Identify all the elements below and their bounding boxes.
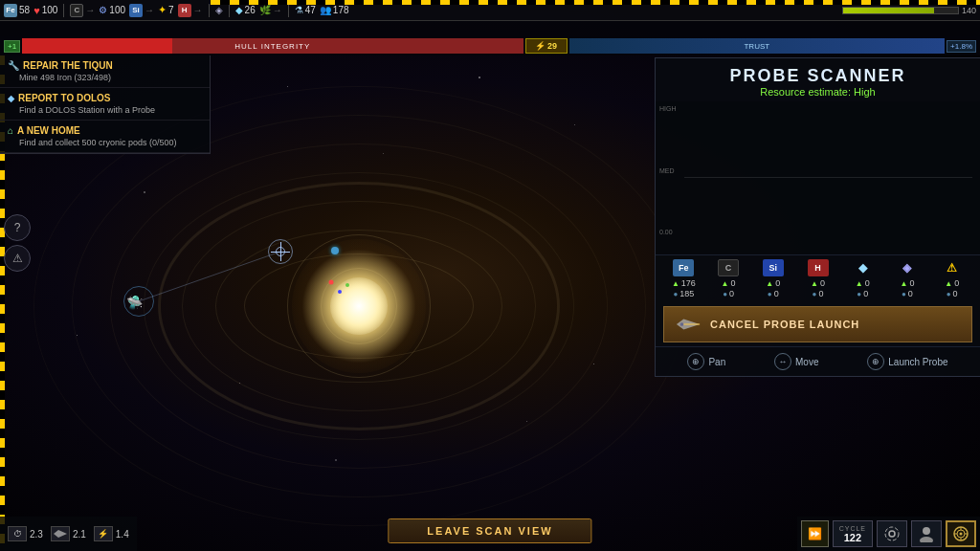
estimate-value: High [854, 86, 876, 98]
quest-2: ◆ REPORT TO DOLOS Find a DOLOS Station w… [0, 88, 210, 121]
stat-1-icon: ⏱ [8, 526, 27, 541]
res-cell-diamond1: ◆ ▲ 0 ● 0 [842, 259, 883, 298]
people-value: 178 [333, 5, 349, 15]
d2-counts: ▲ 0 ● 0 [900, 278, 914, 298]
arrow-up-d1: ▲ [856, 279, 863, 288]
resource-energy-top: ✦ 7 [158, 4, 174, 16]
settings-button[interactable] [877, 520, 907, 547]
stat-3-value: 1.4 [116, 529, 129, 540]
icon-c: C [70, 4, 83, 17]
dot-fe: ● [673, 290, 678, 298]
d1-bot-val: 0 [863, 289, 868, 298]
y-label-high: HIGH [659, 105, 677, 112]
d2-top: ▲ 0 [900, 278, 914, 288]
sun-icon: ✦ [158, 4, 167, 16]
svg-point-11 [960, 533, 963, 536]
res-icon-h: H [808, 259, 829, 276]
res-icon-fe: Fe [673, 259, 694, 276]
help-button[interactable]: ? [4, 214, 31, 241]
move-button[interactable]: ↔ Move [774, 353, 818, 370]
res-icon-diamond2: ◈ [897, 259, 918, 276]
energy-value: 29 [547, 41, 557, 51]
speed-button[interactable]: ⏩ [801, 520, 829, 547]
fe-bottom: ● 185 [673, 289, 694, 298]
divider-2 [209, 4, 210, 17]
dot-w: ● [947, 290, 951, 298]
energy-badge: ⚡ 29 [525, 38, 568, 54]
res-cell-diamond2: ◈ ▲ 0 ● 0 [887, 259, 928, 298]
c-arrow: → [85, 5, 95, 15]
warning-button[interactable]: ⚠ [4, 245, 31, 272]
svg-point-6 [885, 527, 899, 540]
modules-icon: ◈ [215, 5, 223, 15]
hp-value: 100 [42, 5, 58, 15]
svg-marker-4 [54, 530, 67, 538]
ship-small-icon [53, 528, 68, 540]
resource-row: Fe ▲ 176 ● 185 C ▲ 0 ● [656, 254, 980, 302]
scanner-icon [952, 525, 969, 542]
res-icon-diamond: ◆ [852, 259, 873, 276]
speed-icon: ⏩ [808, 527, 822, 540]
h-counts: ▲ 0 ● 0 [811, 278, 825, 298]
pan-icon: ⊕ [687, 353, 704, 370]
cycle-label: CYCLE [839, 525, 866, 532]
d1-bottom: ● 0 [857, 289, 868, 298]
probe-controls: ⊕ Pan ↔ Move ⊕ Launch Probe [656, 346, 980, 376]
probe-ship-icon [674, 313, 702, 336]
arrow-up-si: ▲ [766, 279, 773, 288]
quest-2-title: ◆ REPORT TO DOLOS [8, 93, 202, 103]
cycle-value: 122 [844, 532, 861, 543]
sub-label: Resource estimate: [760, 86, 851, 98]
quest-3-title: ⌂ A NEW HOME [8, 125, 202, 136]
quest-3-label: A NEW HOME [17, 125, 80, 136]
stat-1: ⏱ 2.3 [8, 526, 43, 541]
resource-shield: H → [178, 4, 203, 17]
w-counts: ▲ 0 ● 0 [945, 278, 959, 298]
shield-arrow: → [193, 5, 203, 15]
res-cell-fe: Fe ▲ 176 ● 185 [663, 259, 704, 298]
d1-top-val: 0 [865, 278, 870, 288]
probe-scanner-panel: PROBE SCANNER Resource estimate: High HI… [655, 57, 980, 377]
res-icon-warn: ⚠ [942, 259, 963, 276]
svg-point-5 [889, 531, 895, 537]
y-label-med: MED [659, 167, 677, 174]
flask-value: 47 [305, 5, 316, 15]
spaceship-svg [675, 315, 702, 334]
h-top-val: 0 [820, 278, 825, 288]
leaf-arrow: → [273, 5, 282, 15]
xp-label: 140 [962, 6, 976, 15]
energy-value: 7 [168, 5, 174, 15]
c-top: ▲ 0 [722, 278, 736, 288]
quest-1-desc: Mine 498 Iron (323/498) [8, 73, 202, 82]
gear-settings-icon [883, 525, 901, 542]
stat-2-value: 2.1 [73, 529, 86, 540]
gear-icon: ⚙ [99, 5, 107, 15]
dot-d2: ● [902, 290, 906, 298]
divider-3 [229, 4, 230, 17]
y-label-low: 0.00 [659, 229, 677, 235]
probe-scanner-title: PROBE SCANNER [667, 66, 969, 86]
probe-scanner-sub: Resource estimate: High [667, 86, 969, 98]
scanner-button[interactable] [946, 520, 976, 547]
si-value: 100 [109, 5, 125, 15]
cancel-probe-button[interactable]: CANCEL PROBE LAUNCH [663, 306, 972, 342]
quest-1-title: 🔧 REPAIR THE TIQUN [8, 60, 202, 71]
si-bot-val: 0 [774, 289, 779, 298]
quest-1-label: REPAIR THE TIQUN [23, 60, 113, 71]
dot-h: ● [813, 290, 817, 298]
c-bottom: ● 0 [723, 289, 734, 298]
resource-diamond: ◆ 26 [235, 5, 256, 15]
fe-counts: ▲ 176 ● 185 [672, 278, 696, 298]
divider-1 [63, 4, 64, 17]
fe-value: 58 [19, 5, 30, 15]
quest-3-desc: Find and collect 500 cryonic pods (0/500… [8, 138, 202, 147]
resource-modules: ◈ [215, 5, 223, 15]
divider-4 [288, 4, 289, 17]
crew-button[interactable] [911, 520, 942, 547]
leave-scan-button[interactable]: LEAVE SCAN VIEW [388, 518, 591, 543]
si-top-val: 0 [775, 278, 780, 288]
wrench-icon: 🔧 [8, 60, 19, 71]
launch-probe-button[interactable]: ⊕ Launch Probe [867, 353, 947, 370]
pan-button[interactable]: ⊕ Pan [687, 353, 725, 370]
status-bars: +1 HULL INTEGRITY ⚡ 29 TRUST +1.8% [0, 36, 980, 55]
